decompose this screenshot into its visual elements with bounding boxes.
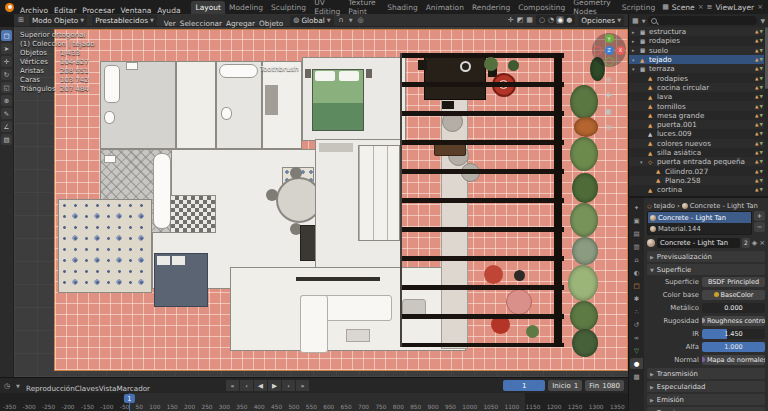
workspace-tab[interactable]: Modeling	[225, 1, 267, 14]
play-reverse-icon[interactable]: ◀	[254, 380, 267, 391]
material-slot[interactable]: Material.144	[648, 223, 751, 234]
modifier-icon[interactable]: ✱	[630, 293, 643, 304]
property-control[interactable]: Roughness control	[702, 316, 765, 326]
tool-icon[interactable]: ✦	[630, 202, 643, 213]
property-control[interactable]: 1.450	[702, 329, 765, 339]
select-box-icon[interactable]: ▢	[1, 30, 12, 41]
transform-icon[interactable]: ⊕	[1, 95, 12, 106]
outliner-row[interactable]: ▲ Cilindro.027 ▲ ▼	[629, 166, 764, 175]
workspace-tab[interactable]: Layout	[191, 1, 225, 14]
timeline-menu-item[interactable]: Claves	[75, 384, 99, 393]
workspace-tab[interactable]: UV Editing	[310, 0, 344, 18]
outliner-row[interactable]: ▸ ▦ rodapies ▲ ▼	[629, 36, 764, 45]
navigation-gizmo[interactable]: Y X Z	[592, 33, 626, 67]
outliner-row[interactable]: ▾ ▲ tejado ▲ ▼	[629, 55, 764, 64]
annotate-icon[interactable]: ✎	[1, 108, 12, 119]
jump-start-icon[interactable]: «	[226, 380, 239, 391]
add-slot-button[interactable]: +	[754, 211, 765, 221]
zoom-icon[interactable]: ⊕	[602, 73, 615, 86]
property-control[interactable]: 0.000	[702, 303, 765, 313]
viewlayer-unlink-icon[interactable]: ×	[757, 3, 763, 11]
outliner-row[interactable]: ▲ Plano.258 ▲ ▼	[629, 176, 764, 185]
axis-minus-x-icon[interactable]	[593, 46, 602, 55]
current-frame-marker[interactable]: 1	[124, 394, 134, 403]
material-sphere-icon[interactable]	[647, 239, 655, 247]
timeline-menu-item[interactable]: Marcador	[116, 384, 150, 393]
workspace-tab[interactable]: Compositing	[514, 1, 569, 14]
workspace-tab[interactable]: Texture Paint	[344, 0, 383, 18]
viewport-3d[interactable]: Superior ortogonal (1) Colección | tejad…	[14, 27, 628, 377]
unlink-icon[interactable]: ×	[759, 239, 765, 247]
scale-icon[interactable]: ◱	[1, 82, 12, 93]
current-frame-field[interactable]: 1	[503, 380, 545, 391]
measure-icon[interactable]: ∠	[1, 121, 12, 132]
users-count-badge[interactable]: 2	[742, 238, 750, 248]
collapsed-section-header[interactable]: ▶ Transmisión	[647, 368, 765, 379]
menubar-item[interactable]: Archivo	[17, 6, 51, 15]
expand-arrow-icon[interactable]: ▾	[632, 57, 638, 63]
menubar-item[interactable]: Editar	[51, 6, 79, 15]
outliner-row[interactable]: ▲ colores nuevos ▲ ▼	[629, 139, 764, 148]
filter-funnel-icon[interactable]: ▼	[760, 17, 765, 24]
editor-type-icon[interactable]: ◷	[4, 382, 10, 390]
axis-z-icon[interactable]: Z	[605, 46, 614, 55]
expand-arrow-icon[interactable]: ▾	[632, 66, 638, 72]
axis-y-icon[interactable]: Y	[605, 34, 614, 43]
workspace-tab[interactable]: Shading	[383, 1, 421, 14]
outliner-row[interactable]: ▲ silla asiática ▲ ▼	[629, 148, 764, 157]
property-control[interactable]: Mapa de normales	[702, 355, 765, 365]
surface-section-header[interactable]: ▼ Superficie	[647, 264, 765, 275]
next-keyframe-icon[interactable]: ›	[282, 380, 295, 391]
outliner-row[interactable]: ▾ ◇ puerta entrada pequeña ▲ ▼	[629, 157, 764, 166]
menubar-item[interactable]: Ventana	[118, 6, 155, 15]
expand-arrow-icon[interactable]: ▸	[632, 38, 638, 44]
workspace-tab[interactable]: Animation	[422, 1, 468, 14]
axis-x-icon[interactable]: X	[616, 46, 625, 55]
world-icon[interactable]: ◐	[630, 267, 643, 278]
outliner-row[interactable]: ▾ ▦ terraza ▲ ▼	[629, 64, 764, 73]
axis-minus-y-icon[interactable]	[605, 57, 614, 66]
move-icon[interactable]: ✛	[1, 56, 12, 67]
timeline-menu-item[interactable]: Reproducción	[26, 384, 75, 393]
viewport-menu-item[interactable]: Ver	[162, 19, 178, 28]
pan-icon[interactable]: ✚	[602, 89, 615, 102]
editor-type-icon[interactable]: ⊞	[18, 16, 24, 24]
outliner-row[interactable]: ▲ luces.009 ▲ ▼	[629, 129, 764, 138]
outliner-row[interactable]: ▲ cortina ▲ ▼	[629, 185, 764, 194]
collapsed-section-header[interactable]: ▶ Emisión	[647, 394, 765, 405]
expand-arrow-icon[interactable]: ▾	[640, 159, 646, 165]
viewport-menu-item[interactable]: Agregar	[224, 19, 257, 28]
expand-arrow-icon[interactable]: ▸	[632, 47, 638, 53]
material-name-field[interactable]: Concrete - Light Tan	[657, 238, 740, 248]
breadcrumb-object[interactable]: tejado	[654, 202, 675, 210]
menubar-item[interactable]: Procesar	[79, 6, 117, 15]
material-slot[interactable]: Concrete - Light Tan	[648, 212, 751, 223]
property-control[interactable]: BSDF Principled	[702, 277, 765, 287]
workspace-tab[interactable]: Sculpting	[267, 1, 310, 14]
expand-arrow-icon[interactable]: ▸	[632, 29, 638, 35]
timeline-ruler[interactable]: -350-300-250-200-150-100-505010015020025…	[0, 393, 628, 411]
viewlayer-icon[interactable]: ▥	[630, 241, 643, 252]
preview-section-header[interactable]: ▶ Previsualización	[647, 251, 765, 262]
viewport-menu-item[interactable]: Objeto	[257, 19, 285, 28]
output-icon[interactable]: ▤	[630, 228, 643, 239]
constraints-icon[interactable]: ∞	[630, 332, 643, 343]
outliner-row[interactable]: ▲ mesa grande ▲ ▼	[629, 111, 764, 120]
outliner-search-input[interactable]	[648, 16, 757, 25]
collapsed-section-header[interactable]: ▶ Especularidad	[647, 381, 765, 392]
scene-unlink-icon[interactable]: ×	[698, 3, 704, 11]
outliner-row[interactable]: ▸ ▦ estructura ▲ ▼	[629, 27, 764, 36]
scene-icon[interactable]: ⌂	[630, 254, 643, 265]
physics-icon[interactable]: ↺	[630, 319, 643, 330]
add-cube-icon[interactable]: ▧	[1, 134, 12, 145]
workspace-tab[interactable]: Geometry Nodes	[569, 0, 618, 18]
outliner-row[interactable]: ▲ puerta.001 ▲ ▼	[629, 120, 764, 129]
outliner-row[interactable]: ▲ lava ▲ ▼	[629, 92, 764, 101]
camera-view-icon[interactable]: ▣	[602, 105, 615, 118]
menubar-item[interactable]: Ayuda	[154, 6, 183, 15]
texture-icon[interactable]: ▩	[630, 371, 643, 382]
scene-selector[interactable]: Scene	[672, 3, 695, 12]
perspective-icon[interactable]: ⊞	[602, 121, 615, 134]
object-props-icon[interactable]: □	[630, 280, 643, 291]
particles-icon[interactable]: ∴	[630, 306, 643, 317]
